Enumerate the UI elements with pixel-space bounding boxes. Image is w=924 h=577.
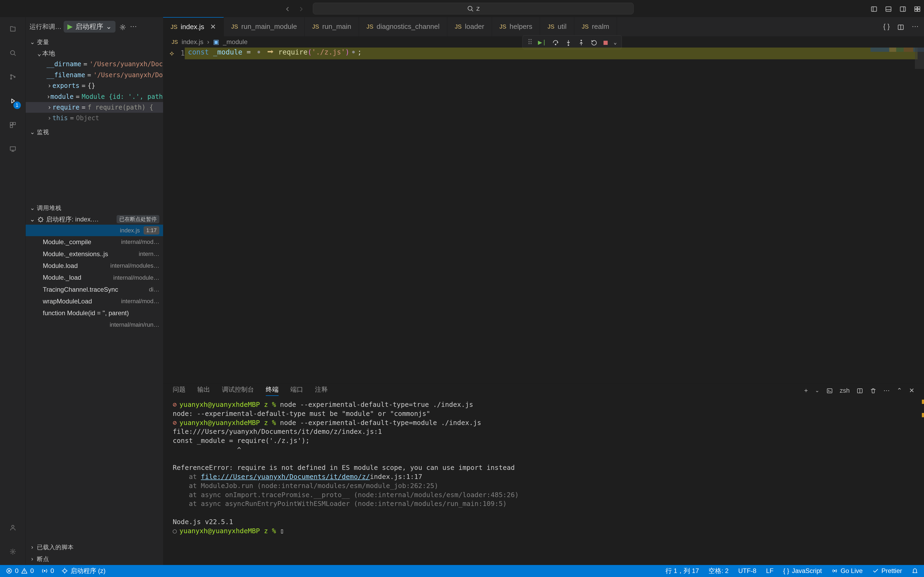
status-ln-col[interactable]: 行 1，列 17 <box>666 567 699 575</box>
search-icon <box>467 5 474 12</box>
nav-forward-icon[interactable] <box>298 4 305 13</box>
callstack-frame[interactable]: TracingChannel.traceSyncdi… <box>26 284 163 295</box>
tab-run-main[interactable]: JSrun_main <box>305 17 359 36</box>
more-icon[interactable]: ⋯ <box>130 22 137 31</box>
section-breakpoints[interactable]: › 断点 <box>26 553 163 565</box>
status-indent[interactable]: 空格: 2 <box>709 567 729 575</box>
svg-rect-13 <box>13 122 16 125</box>
status-language[interactable]: { } JavaScript <box>783 567 822 575</box>
status-eol[interactable]: LF <box>766 567 774 575</box>
nav-back-icon[interactable] <box>284 4 291 13</box>
restart-icon[interactable] <box>591 38 598 47</box>
tab-diagnostics-channel[interactable]: JSdiagnostics_channel <box>359 17 447 36</box>
panel-new-icon[interactable]: + <box>804 386 808 395</box>
layout-customize-icon[interactable] <box>914 4 921 13</box>
account-icon[interactable] <box>7 522 19 533</box>
braces-icon[interactable]: { } <box>883 22 890 31</box>
status-ports[interactable]: 0 <box>42 567 54 575</box>
check-icon <box>872 568 879 574</box>
panel-tab-输出[interactable]: 输出 <box>197 385 210 396</box>
stop-icon[interactable]: ■ <box>603 38 608 47</box>
grip-icon[interactable]: ⠿ <box>528 38 532 47</box>
status-go-live[interactable]: Go Live <box>832 567 863 575</box>
callstack-thread[interactable]: ⌄ 启动程序: index.… 已在断点处暂停 <box>26 214 163 225</box>
settings-gear-icon[interactable] <box>7 546 19 558</box>
step-into-icon[interactable] <box>565 38 572 47</box>
panel-tab-端口[interactable]: 端口 <box>290 385 303 396</box>
var-exports[interactable]: › exports={} <box>26 81 163 91</box>
status-prettier[interactable]: Prettier <box>872 567 902 575</box>
tab-run-main-module[interactable]: JSrun_main_module <box>224 17 305 36</box>
status-errors[interactable]: 0 0 <box>6 567 34 575</box>
callstack-frame[interactable]: Module.loadinternal/modules… <box>26 260 163 272</box>
terminal[interactable]: ⊘yuanyxh@yuanyxhdeMBP z % node --experim… <box>163 398 924 565</box>
remote-icon[interactable] <box>7 143 19 155</box>
layout-bottom-icon[interactable] <box>885 4 892 13</box>
launch-config-select[interactable]: ▶ 启动程序 ⌄ <box>64 21 115 32</box>
panel-tab-问题[interactable]: 问题 <box>173 385 186 396</box>
callstack-frame[interactable]: wrapModuleLoadinternal/mod… <box>26 295 163 307</box>
panel-more-icon[interactable]: ⋯ <box>884 386 890 395</box>
layout-right-icon[interactable] <box>900 4 906 13</box>
section-loaded-scripts[interactable]: › 已载入的脚本 <box>26 542 163 553</box>
chevron-down-icon[interactable]: ⌄ <box>614 39 617 46</box>
minimap-scrollbar[interactable] <box>915 48 924 69</box>
search-icon[interactable] <box>7 47 19 59</box>
step-over-icon[interactable] <box>552 38 559 47</box>
callstack-frame[interactable]: Module._extensions..jsintern… <box>26 248 163 260</box>
callstack-thread-label: 启动程序: index.… <box>46 215 99 224</box>
continue-icon[interactable]: ▶❘ <box>538 38 546 47</box>
split-editor-icon[interactable] <box>897 22 904 31</box>
var-this[interactable]: › this=Object <box>26 113 163 123</box>
callstack-frame[interactable]: Module._compileinternal/mod… <box>26 236 163 248</box>
split-terminal-icon[interactable] <box>857 386 863 395</box>
section-variables[interactable]: ⌄ 变量 <box>26 36 163 48</box>
step-out-icon[interactable] <box>578 38 585 47</box>
tab-more-icon[interactable]: ⋯ <box>912 22 919 31</box>
tab-util[interactable]: JSutil <box>540 17 574 36</box>
title-bar: z <box>0 0 924 17</box>
status-debug-launch[interactable]: 启动程序 (z) <box>61 567 106 575</box>
tab-realm[interactable]: JSrealm <box>574 17 617 36</box>
panel-tab-注释[interactable]: 注释 <box>315 385 328 396</box>
panel-close-icon[interactable]: ✕ <box>909 386 914 395</box>
chevron-up-icon[interactable]: ⌃ <box>897 386 902 395</box>
run-debug-icon[interactable]: 1 <box>7 95 19 107</box>
svg-point-18 <box>122 26 124 28</box>
var-module[interactable]: › module=Module {id: '.', path:… <box>26 91 163 102</box>
callstack-frame[interactable]: index.js1:17 <box>26 225 163 236</box>
status-bar: 0 0 0 启动程序 (z) 行 1，列 17 空格: 2 UTF-8 LF {… <box>0 565 924 577</box>
panel-tab-调试控制台[interactable]: 调试控制台 <box>222 385 254 396</box>
section-watch[interactable]: ⌄ 监视 <box>26 126 163 138</box>
layout-left-icon[interactable] <box>871 4 877 13</box>
configure-gear-icon[interactable] <box>119 22 126 31</box>
editor-area: JSindex.js✕JSrun_main_moduleJSrun_mainJS… <box>163 17 924 565</box>
command-center[interactable]: z <box>313 3 634 15</box>
close-icon[interactable]: ✕ <box>210 22 216 32</box>
source-control-icon[interactable] <box>7 71 19 83</box>
var-require[interactable]: › require=f require(path) { <box>26 102 163 113</box>
js-file-icon: JS <box>171 23 178 31</box>
js-file-icon: JS <box>312 23 319 31</box>
var-dirname[interactable]: __dirname='/Users/yuanyxh/Doc… <box>26 59 163 69</box>
bug-icon <box>37 215 44 224</box>
callstack-frame[interactable]: function Module(id = '', parent) <box>26 307 163 319</box>
extensions-icon[interactable] <box>7 119 19 131</box>
code-line-1[interactable]: ⟡ 1 const _module = ⮕ require('./z.js'); <box>163 48 924 59</box>
trash-icon[interactable] <box>870 386 876 395</box>
var-filename[interactable]: __filename='/Users/yuanyxh/Do… <box>26 70 163 81</box>
callstack-frame[interactable]: internal/main/run… <box>26 319 163 330</box>
tab-helpers[interactable]: JShelpers <box>492 17 540 36</box>
svg-rect-2 <box>886 7 891 11</box>
status-encoding[interactable]: UTF-8 <box>738 567 756 575</box>
callstack-frame[interactable]: Module._loadinternal/module… <box>26 272 163 284</box>
panel-tab-终端[interactable]: 终端 <box>266 385 279 396</box>
tab-index-js[interactable]: JSindex.js✕ <box>163 17 224 36</box>
chevron-down-icon[interactable]: ⌄ <box>815 387 819 394</box>
explorer-icon[interactable] <box>7 23 19 35</box>
tab-loader[interactable]: JSloader <box>447 17 492 36</box>
status-bell-icon[interactable] <box>912 568 918 574</box>
scope-local[interactable]: ⌄ 本地 <box>26 48 163 59</box>
terminal-shell-icon[interactable] <box>826 386 833 395</box>
section-callstack[interactable]: ⌄ 调用堆栈 <box>26 202 163 214</box>
